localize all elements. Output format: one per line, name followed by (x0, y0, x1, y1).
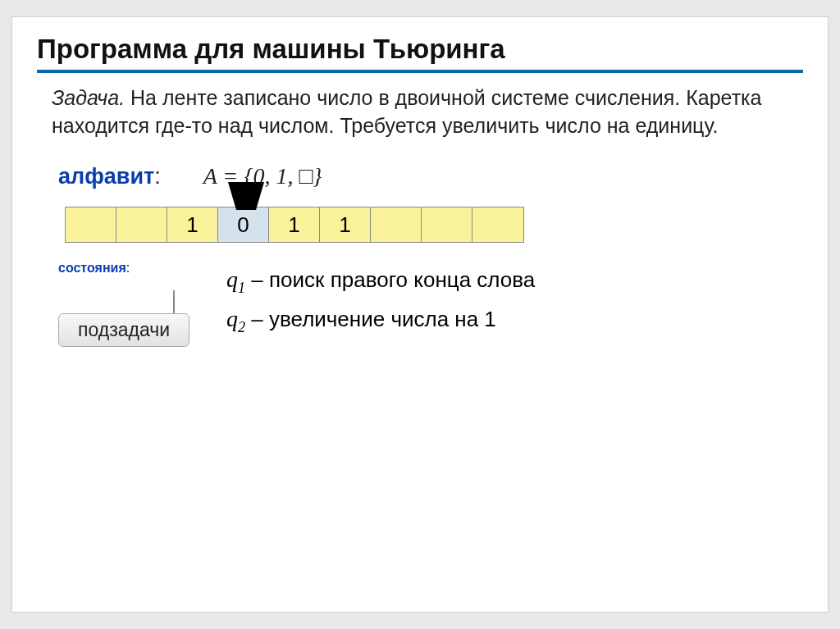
tape-cell (371, 207, 422, 242)
slide: Программа для машины Тьюринга Задача. На… (11, 16, 829, 613)
state-desc: увеличение числа на 1 (269, 307, 496, 331)
problem-text: Задача. На ленте записано число в двоичн… (37, 84, 803, 140)
tape-cell (472, 207, 523, 242)
tape-cell: 1 (167, 207, 218, 242)
states-list: q1 – поиск правого конца словаq2 – увели… (226, 261, 535, 339)
states-left: состояния: подзадачи (58, 261, 202, 347)
tape-cell (116, 207, 167, 242)
state-desc: поиск правого конца слова (269, 267, 535, 292)
alphabet-row: алфавит: A = {0, 1, □} (58, 160, 803, 193)
tape-head-icon (225, 182, 267, 210)
callout-connector (173, 290, 175, 313)
tape-cell (422, 207, 472, 242)
states-row: состояния: подзадачи q1 – поиск правого … (58, 261, 803, 347)
tape-cells: 1011 (65, 207, 524, 243)
alphabet-label: алфавит: (58, 162, 161, 193)
tape-cell: 1 (269, 207, 320, 242)
turing-tape: 1011 (65, 207, 524, 243)
state-item: q2 – увеличение числа на 1 (226, 300, 535, 340)
page-title: Программа для машины Тьюринга (37, 34, 803, 73)
tape-cell: 1 (320, 207, 371, 242)
callout-box: подзадачи (58, 313, 189, 347)
svg-marker-0 (228, 182, 264, 210)
problem-body: На ленте записано число в двоичной систе… (52, 86, 762, 137)
states-label: состояния: (58, 261, 202, 276)
state-symbol: q2 (226, 306, 245, 331)
problem-label: Задача. (52, 86, 125, 109)
state-symbol: q1 (226, 267, 245, 292)
state-item: q1 – поиск правого конца слова (226, 261, 535, 300)
tape-cell (66, 207, 116, 242)
tape-cell: 0 (218, 207, 269, 242)
